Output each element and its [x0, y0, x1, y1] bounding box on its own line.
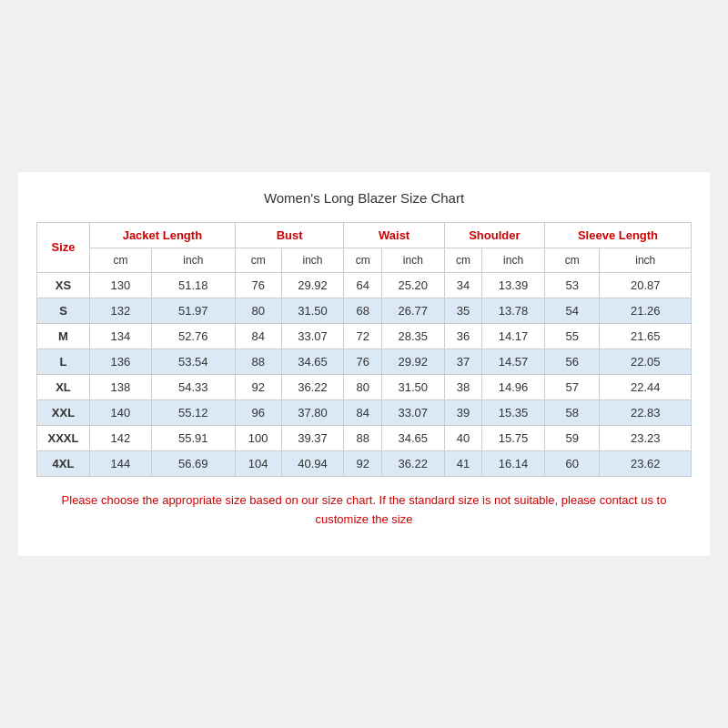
data-cell: 60 [545, 450, 600, 476]
data-cell: 140 [90, 399, 152, 425]
data-cell: 40.94 [281, 450, 344, 476]
data-cell: 51.97 [151, 298, 235, 323]
data-cell: 138 [90, 374, 152, 399]
size-cell: XS [37, 272, 90, 298]
table-row: XXXL14255.9110039.378834.654015.755923.2… [37, 425, 692, 450]
data-cell: 40 [444, 425, 481, 450]
size-cell: XXXL [37, 425, 90, 450]
data-cell: 144 [90, 450, 152, 476]
data-cell: 31.50 [381, 374, 444, 399]
size-cell: L [37, 349, 90, 374]
data-cell: 29.92 [381, 349, 444, 374]
s-inch-header: inch [482, 248, 545, 272]
data-cell: 22.83 [600, 399, 692, 425]
data-cell: 64 [344, 272, 381, 298]
data-cell: 15.35 [482, 399, 545, 425]
data-cell: 55 [545, 323, 600, 349]
data-cell: 13.78 [482, 298, 545, 323]
sl-inch-header: inch [600, 248, 692, 272]
data-cell: 23.62 [600, 450, 692, 476]
data-cell: 136 [90, 349, 152, 374]
size-cell: XXL [37, 399, 90, 425]
data-cell: 21.26 [600, 298, 692, 323]
data-cell: 34.65 [381, 425, 444, 450]
data-cell: 20.87 [600, 272, 692, 298]
jacket-length-header: Jacket Length [90, 222, 236, 248]
jl-inch-header: inch [151, 248, 235, 272]
data-cell: 23.23 [600, 425, 692, 450]
data-cell: 14.17 [482, 323, 545, 349]
data-cell: 22.05 [600, 349, 692, 374]
data-cell: 51.18 [151, 272, 235, 298]
data-cell: 33.07 [281, 323, 344, 349]
data-cell: 59 [545, 425, 600, 450]
waist-header: Waist [344, 222, 444, 248]
data-cell: 41 [444, 450, 481, 476]
table-row: XXL14055.129637.808433.073915.355822.83 [37, 399, 692, 425]
data-cell: 100 [235, 425, 281, 450]
data-cell: 88 [235, 349, 281, 374]
size-header: Size [37, 222, 90, 272]
data-cell: 68 [344, 298, 381, 323]
data-cell: 132 [90, 298, 152, 323]
data-cell: 16.14 [482, 450, 545, 476]
data-cell: 58 [545, 399, 600, 425]
data-cell: 104 [235, 450, 281, 476]
size-cell: M [37, 323, 90, 349]
data-cell: 36 [444, 323, 481, 349]
data-cell: 54.33 [151, 374, 235, 399]
sl-cm-header: cm [545, 248, 600, 272]
data-cell: 21.65 [600, 323, 692, 349]
shoulder-header: Shoulder [444, 222, 544, 248]
data-cell: 96 [235, 399, 281, 425]
table-row: M13452.768433.077228.353614.175521.65 [37, 323, 692, 349]
header-unit-row: cm inch cm inch cm inch cm inch cm inch [37, 248, 692, 272]
b-inch-header: inch [281, 248, 344, 272]
data-cell: 53.54 [151, 349, 235, 374]
footer-note: Please choose the appropriate size based… [36, 491, 692, 530]
data-cell: 88 [344, 425, 381, 450]
data-cell: 52.76 [151, 323, 235, 349]
data-cell: 56.69 [151, 450, 235, 476]
bust-header: Bust [235, 222, 344, 248]
data-cell: 33.07 [381, 399, 444, 425]
data-cell: 134 [90, 323, 152, 349]
data-cell: 28.35 [381, 323, 444, 349]
size-cell: 4XL [37, 450, 90, 476]
data-cell: 84 [235, 323, 281, 349]
table-row: XS13051.187629.926425.203413.395320.87 [37, 272, 692, 298]
data-cell: 72 [344, 323, 381, 349]
data-cell: 25.20 [381, 272, 444, 298]
table-body: XS13051.187629.926425.203413.395320.87S1… [37, 272, 692, 476]
data-cell: 31.50 [281, 298, 344, 323]
s-cm-header: cm [444, 248, 481, 272]
table-row: XL13854.339236.228031.503814.965722.44 [37, 374, 692, 399]
data-cell: 92 [344, 450, 381, 476]
jl-cm-header: cm [90, 248, 152, 272]
data-cell: 29.92 [281, 272, 344, 298]
data-cell: 55.12 [151, 399, 235, 425]
chart-title: Women's Long Blazer Size Chart [36, 190, 692, 206]
data-cell: 80 [344, 374, 381, 399]
data-cell: 35 [444, 298, 481, 323]
data-cell: 14.96 [482, 374, 545, 399]
data-cell: 39 [444, 399, 481, 425]
data-cell: 55.91 [151, 425, 235, 450]
data-cell: 39.37 [281, 425, 344, 450]
data-cell: 57 [545, 374, 600, 399]
data-cell: 36.22 [381, 450, 444, 476]
data-cell: 22.44 [600, 374, 692, 399]
table-row: 4XL14456.6910440.949236.224116.146023.62 [37, 450, 692, 476]
size-cell: XL [37, 374, 90, 399]
data-cell: 38 [444, 374, 481, 399]
data-cell: 13.39 [482, 272, 545, 298]
data-cell: 54 [545, 298, 600, 323]
data-cell: 37.80 [281, 399, 344, 425]
data-cell: 14.57 [482, 349, 545, 374]
data-cell: 53 [545, 272, 600, 298]
table-row: S13251.978031.506826.773513.785421.26 [37, 298, 692, 323]
size-table: Size Jacket Length Bust Waist Shoulder S… [36, 222, 692, 477]
data-cell: 56 [545, 349, 600, 374]
data-cell: 80 [235, 298, 281, 323]
data-cell: 37 [444, 349, 481, 374]
